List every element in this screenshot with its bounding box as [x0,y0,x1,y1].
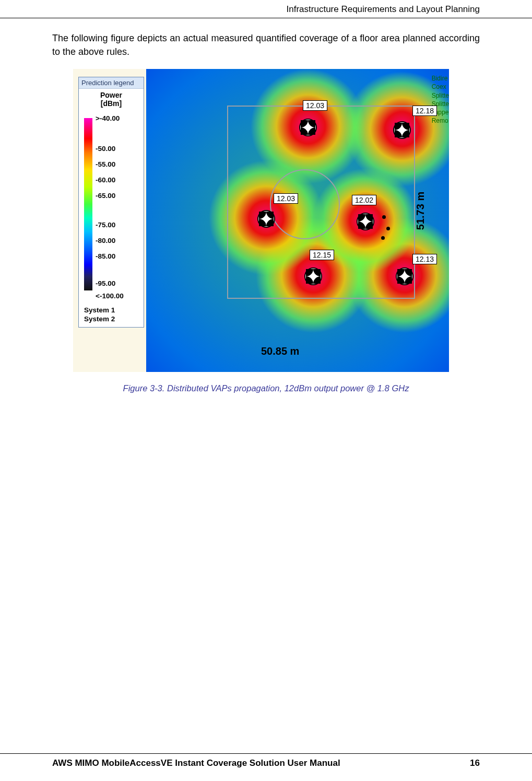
page-content: The following figure depicts an actual m… [52,31,480,393]
vap-label: 12.13 [412,254,437,264]
coverage-heatmap: Bidire Coex Splitte Splitte Tappe Remo 1… [146,69,449,372]
side-legend-item: Coex [432,83,449,91]
vap-marker-icon [357,213,374,230]
legend-metric-name: Power [79,91,144,99]
intro-paragraph: The following figure depicts an actual m… [52,31,480,59]
vap-marker-icon [257,210,275,228]
side-legend-item: Remo [432,116,449,125]
vap-marker-icon [396,267,413,285]
figure-caption: Figure 3-3. Distributed VAPs propagation… [52,383,480,393]
vap-label: 12.03 [274,193,298,204]
legend-systems: System 1 System 2 [84,306,115,324]
legend-system-2: System 2 [84,315,115,324]
footer-page-number: 16 [470,758,480,768]
legend-color-scale [84,118,92,290]
legend-tick: -60.00 [96,177,115,184]
vap-label: 12.18 [412,106,437,116]
floor-height-label: 51.73 m [415,192,427,230]
legend-tick: -50.00 [96,145,115,153]
vap-marker-icon [393,121,411,139]
floorplan-outline [227,106,415,299]
legend-tick: >-40.00 [96,115,120,122]
legend-system-1: System 1 [84,306,115,315]
vap-label: 12.15 [310,250,334,260]
side-legend-item: Splitte [432,91,449,100]
legend-body: Power [dBm] >-40.00 -50.00 -55.00 -60.00… [79,89,144,327]
footer-doc-title: AWS MIMO MobileAccessVE Instant Coverage… [52,758,340,768]
legend-tick: <-100.00 [96,293,124,300]
legend-metric-unit: [dBm] [79,99,144,108]
vap-label: 12.02 [352,195,376,205]
legend-tick: -85.00 [96,253,115,260]
side-legend: Bidire Coex Splitte Splitte Tappe Remo [432,74,449,125]
page-footer: AWS MIMO MobileAccessVE Instant Coverage… [0,753,532,768]
vap-label: 12.03 [303,100,327,111]
legend-metric-header: Power [dBm] [79,89,144,108]
legend-tick: -95.00 [96,280,115,287]
vap-marker-icon [299,119,317,136]
vap-marker-icon [304,267,322,285]
prediction-legend-panel: Prediction legend Power [dBm] >-40.00 -5… [78,77,144,328]
page-header: Infrastructure Requirements and Layout P… [0,4,532,18]
legend-tick: -65.00 [96,192,115,200]
side-legend-item: Bidire [432,74,449,83]
legend-tick: -55.00 [96,161,115,168]
section-title: Infrastructure Requirements and Layout P… [287,4,480,14]
figure-container: Prediction legend Power [dBm] >-40.00 -5… [73,69,449,372]
legend-tick: -80.00 [96,237,115,244]
legend-tick: -75.00 [96,222,115,229]
floor-width-label: 50.85 m [261,345,299,357]
legend-panel-title: Prediction legend [79,77,144,89]
